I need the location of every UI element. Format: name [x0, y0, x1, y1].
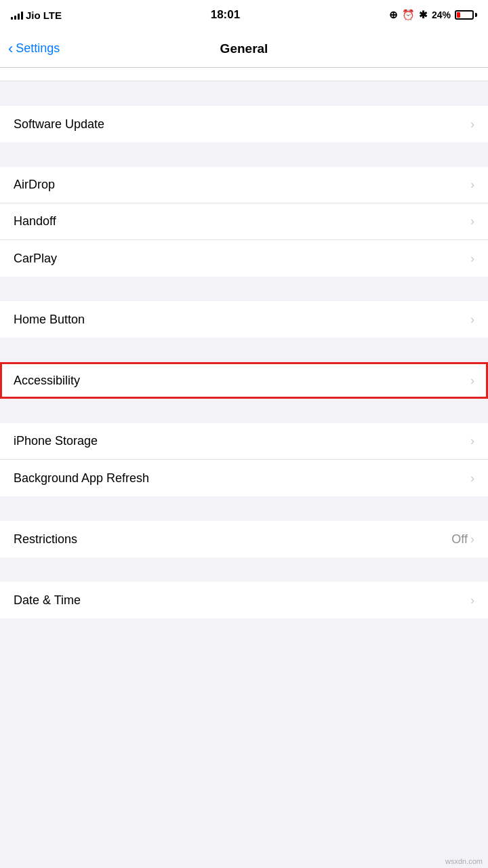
- accessibility-right: ›: [470, 374, 474, 388]
- section-divider-1: [0, 81, 488, 106]
- home-button-label: Home Button: [14, 313, 85, 327]
- carplay-label: CarPlay: [14, 252, 57, 266]
- target-icon: ⊕: [389, 9, 398, 21]
- network-type: LTE: [43, 9, 62, 21]
- background-refresh-right: ›: [470, 471, 474, 486]
- status-bar: Jio LTE 18:01 ⊕ ⏰ ✱ 24%: [0, 0, 488, 30]
- section-divider-5: [0, 399, 488, 423]
- background-refresh-item[interactable]: Background App Refresh ›: [0, 460, 488, 496]
- date-time-item[interactable]: Date & Time ›: [0, 582, 488, 618]
- airdrop-item[interactable]: AirDrop ›: [0, 167, 488, 203]
- chevron-right-icon: ›: [470, 178, 474, 192]
- chevron-right-icon: ›: [470, 434, 474, 448]
- background-refresh-label: Background App Refresh: [14, 471, 149, 486]
- carrier-info: Jio LTE: [11, 9, 62, 21]
- section-divider-4: [0, 338, 488, 362]
- status-time: 18:01: [211, 8, 240, 22]
- chevron-right-icon: ›: [470, 252, 474, 266]
- battery-percentage: 24%: [432, 9, 451, 20]
- handoff-item[interactable]: Handoff ›: [0, 203, 488, 240]
- alarm-icon: ⏰: [402, 9, 415, 21]
- section-datetime-group: Date & Time ›: [0, 582, 488, 618]
- back-label: Settings: [16, 41, 60, 56]
- accessibility-item[interactable]: Accessibility ›: [0, 362, 488, 399]
- home-button-item[interactable]: Home Button ›: [0, 301, 488, 338]
- section-divider-7: [0, 557, 488, 582]
- airdrop-right: ›: [470, 178, 474, 192]
- carplay-right: ›: [470, 252, 474, 266]
- battery-icon: [455, 10, 477, 20]
- chevron-right-icon: ›: [470, 313, 474, 327]
- top-partial-item: [0, 68, 488, 81]
- date-time-right: ›: [470, 593, 474, 608]
- section-update: Software Update ›: [0, 106, 488, 142]
- section-connectivity: AirDrop › Handoff › CarPlay ›: [0, 167, 488, 277]
- page-title: General: [220, 41, 268, 56]
- handoff-label: Handoff: [14, 214, 56, 229]
- back-chevron-icon: ‹: [8, 41, 13, 56]
- software-update-label: Software Update: [14, 117, 104, 132]
- restrictions-item[interactable]: Restrictions Off ›: [0, 521, 488, 557]
- section-accessibility-group: Accessibility ›: [0, 362, 488, 399]
- iphone-storage-label: iPhone Storage: [14, 434, 98, 448]
- back-button[interactable]: ‹ Settings: [8, 41, 60, 56]
- iphone-storage-right: ›: [470, 434, 474, 448]
- signal-strength-icon: [11, 10, 23, 20]
- section-divider-2: [0, 142, 488, 167]
- chevron-right-icon: ›: [470, 214, 474, 229]
- accessibility-label: Accessibility: [14, 374, 80, 388]
- carrier-name: Jio: [26, 9, 41, 21]
- restrictions-label: Restrictions: [14, 532, 77, 547]
- section-divider-6: [0, 496, 488, 521]
- settings-list: Software Update › AirDrop › Handoff › Ca…: [0, 68, 488, 618]
- chevron-right-icon: ›: [470, 593, 474, 608]
- section-divider-3: [0, 277, 488, 301]
- software-update-right: ›: [470, 117, 474, 132]
- status-icons: ⊕ ⏰ ✱ 24%: [389, 9, 477, 21]
- bluetooth-icon: ✱: [419, 9, 428, 21]
- date-time-label: Date & Time: [14, 593, 81, 608]
- chevron-right-icon: ›: [470, 374, 474, 388]
- section-storage: iPhone Storage › Background App Refresh …: [0, 423, 488, 496]
- airdrop-label: AirDrop: [14, 178, 55, 192]
- section-restrictions-group: Restrictions Off ›: [0, 521, 488, 557]
- carplay-item[interactable]: CarPlay ›: [0, 240, 488, 277]
- software-update-item[interactable]: Software Update ›: [0, 106, 488, 142]
- section-home: Home Button ›: [0, 301, 488, 338]
- restrictions-right: Off ›: [451, 532, 474, 547]
- watermark: wsxdn.com: [445, 857, 483, 865]
- chevron-right-icon: ›: [470, 117, 474, 132]
- iphone-storage-item[interactable]: iPhone Storage ›: [0, 423, 488, 460]
- home-button-right: ›: [470, 313, 474, 327]
- chevron-right-icon: ›: [470, 471, 474, 486]
- navigation-bar: ‹ Settings General: [0, 30, 488, 68]
- handoff-right: ›: [470, 214, 474, 229]
- restrictions-value: Off: [451, 532, 468, 547]
- chevron-right-icon: ›: [470, 532, 474, 547]
